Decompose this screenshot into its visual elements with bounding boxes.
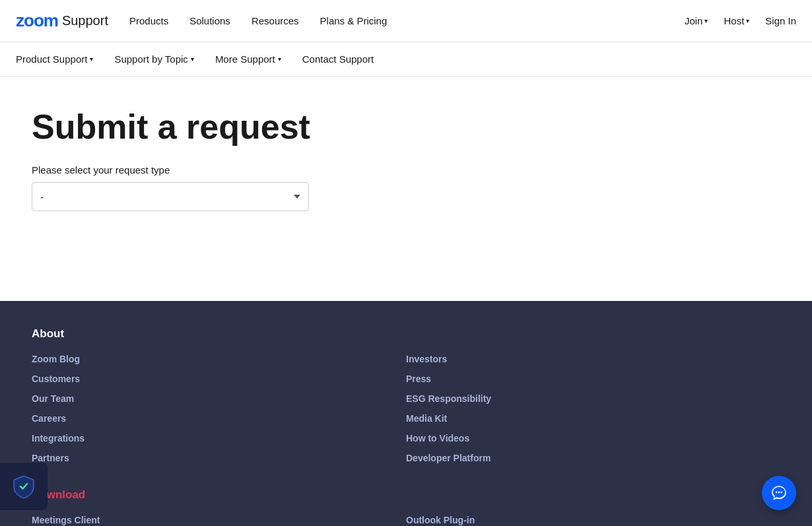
footer-link-our-team[interactable]: Our Team [32, 393, 406, 404]
secondary-nav-contact-support[interactable]: Contact Support [302, 53, 374, 65]
footer-download-section: Download Meetings Client Outlook Plug-in [32, 488, 780, 526]
footer-link-developer-platform[interactable]: Developer Platform [406, 453, 780, 463]
footer-download-columns: Meetings Client Outlook Plug-in [32, 515, 780, 526]
svg-point-2 [780, 492, 782, 494]
support-by-topic-chevron-icon: ▾ [191, 55, 194, 63]
footer-link-partners[interactable]: Partners [32, 453, 406, 463]
svg-point-0 [776, 492, 778, 494]
footer-link-zoom-blog[interactable]: Zoom Blog [32, 354, 406, 364]
footer-link-customers[interactable]: Customers [32, 374, 406, 384]
nav-join[interactable]: Join ▾ [685, 15, 708, 26]
footer-link-how-to-videos[interactable]: How to Videos [406, 433, 780, 444]
top-nav-right: Join ▾ Host ▾ Sign In [685, 15, 796, 26]
shield-icon [11, 474, 36, 499]
nav-resources[interactable]: Resources [252, 15, 299, 26]
nav-sign-in[interactable]: Sign In [765, 15, 796, 26]
secondary-nav-support-by-topic[interactable]: Support by Topic ▾ [114, 53, 193, 65]
svg-point-1 [778, 492, 780, 494]
logo-zoom: zoom [16, 11, 58, 31]
more-support-chevron-icon: ▾ [278, 55, 281, 63]
nav-plans-pricing[interactable]: Plans & Pricing [320, 15, 388, 26]
request-type-label: Please select your request type [32, 164, 780, 176]
chat-button[interactable] [762, 476, 796, 510]
top-nav: zoom Support Products Solutions Resource… [0, 0, 812, 42]
footer: About Zoom Blog Customers Our Team Caree… [0, 301, 812, 526]
request-type-select[interactable]: - Technical Support Billing Account Othe… [32, 182, 309, 211]
footer-link-press[interactable]: Press [406, 374, 780, 384]
security-badge[interactable] [0, 463, 48, 510]
secondary-nav-more-support[interactable]: More Support ▾ [215, 53, 281, 65]
footer-download-col-left: Meetings Client [32, 515, 406, 526]
chat-icon [770, 484, 788, 502]
footer-columns: Zoom Blog Customers Our Team Careers Int… [32, 354, 780, 473]
logo-support: Support [62, 13, 108, 28]
footer-link-media-kit[interactable]: Media Kit [406, 413, 780, 424]
page-title: Submit a request [32, 108, 780, 146]
nav-host[interactable]: Host ▾ [724, 15, 749, 26]
host-chevron-icon: ▾ [746, 17, 749, 24]
footer-download-label: Download [32, 488, 780, 502]
footer-link-integrations[interactable]: Integrations [32, 433, 406, 444]
main-content: Submit a request Please select your requ… [0, 77, 812, 301]
footer-link-investors[interactable]: Investors [406, 354, 780, 364]
secondary-nav-product-support[interactable]: Product Support ▾ [16, 53, 93, 65]
nav-solutions[interactable]: Solutions [189, 15, 230, 26]
top-nav-links: Products Solutions Resources Plans & Pri… [129, 15, 685, 26]
product-support-chevron-icon: ▾ [90, 55, 93, 63]
footer-download-col-right: Outlook Plug-in [406, 515, 780, 526]
nav-products[interactable]: Products [129, 15, 168, 26]
footer-col-right: Investors Press ESG Responsibility Media… [406, 354, 780, 473]
footer-link-meetings-client[interactable]: Meetings Client [32, 515, 406, 525]
footer-link-careers[interactable]: Careers [32, 413, 406, 424]
footer-col-left: Zoom Blog Customers Our Team Careers Int… [32, 354, 406, 473]
footer-link-outlook-plugin[interactable]: Outlook Plug-in [406, 515, 780, 525]
secondary-nav: Product Support ▾ Support by Topic ▾ Mor… [0, 42, 812, 77]
logo-link[interactable]: zoom Support [16, 11, 108, 31]
footer-link-esg[interactable]: ESG Responsibility [406, 393, 780, 404]
footer-about-label: About [32, 327, 780, 341]
join-chevron-icon: ▾ [704, 17, 708, 24]
